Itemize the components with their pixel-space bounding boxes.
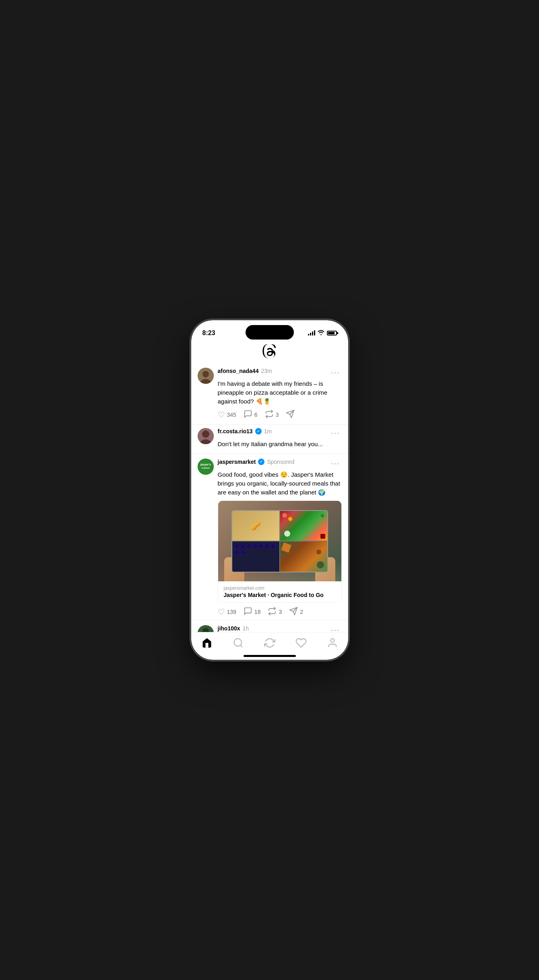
ad-domain: jaspersmarket.com — [224, 585, 336, 591]
home-indicator — [191, 652, 348, 660]
verified-badge: ✓ — [255, 428, 262, 434]
comment-icon — [244, 607, 252, 617]
repost-icon — [265, 410, 274, 420]
post-user-line: fr.costa.rio13 ✓ 1m — [218, 428, 272, 434]
battery-icon — [327, 331, 337, 336]
status-icons — [308, 330, 337, 336]
threads-header — [191, 340, 348, 363]
timestamp: 23m — [261, 368, 272, 374]
ad-username[interactable]: jaspersmarket — [218, 459, 256, 465]
nav-compose[interactable] — [264, 637, 275, 649]
comment-button[interactable]: 6 — [244, 410, 258, 420]
sponsored-label: Sponsored — [267, 459, 294, 465]
signal-icon — [308, 331, 315, 336]
like-button[interactable]: ♡ 345 — [218, 410, 236, 420]
comment-icon — [244, 410, 252, 420]
svg-point-16 — [234, 639, 242, 646]
heart-nav-icon — [295, 637, 307, 649]
post-header: jiho100x 1h ··· — [218, 625, 342, 632]
verified-badge: ✓ — [258, 459, 264, 465]
nav-home[interactable] — [201, 637, 213, 649]
comment-count: 6 — [254, 412, 258, 418]
phone-frame: 8:23 — [191, 320, 348, 660]
timestamp: 1m — [264, 428, 272, 434]
profile-icon — [327, 637, 338, 649]
avatar — [198, 625, 214, 632]
avatar — [198, 368, 214, 384]
ad-image[interactable]: 🥜 — [218, 500, 342, 603]
comment-count: 18 — [254, 609, 261, 615]
share-icon — [289, 607, 298, 617]
share-button[interactable] — [286, 410, 295, 420]
svg-text:jasper's: jasper's — [200, 463, 211, 466]
feed[interactable]: afonso_nada44 23m ··· I'm having a debat… — [191, 363, 348, 632]
ad-link-area[interactable]: jaspersmarket.com Jasper's Market · Orga… — [218, 581, 341, 602]
ad-title: Jasper's Market · Organic Food to Go — [224, 592, 336, 598]
sponsored-post: jasper's market jaspersmarket ✓ Sponsore… — [191, 454, 348, 620]
jaspers-logo: jasper's market — [198, 459, 214, 475]
like-button[interactable]: ♡ 139 — [218, 607, 236, 617]
post-header: fr.costa.rio13 ✓ 1m ··· — [218, 428, 342, 437]
post-item: afonso_nada44 23m ··· I'm having a debat… — [191, 363, 348, 425]
ad-actions: ♡ 139 18 — [218, 607, 342, 617]
repost-button[interactable]: 3 — [268, 607, 282, 617]
share-button[interactable]: 2 — [289, 607, 303, 617]
ad-image-visual: 🥜 — [218, 501, 341, 581]
svg-line-17 — [240, 645, 242, 647]
repost-count: 3 — [276, 412, 279, 418]
svg-point-6 — [202, 430, 209, 438]
more-options-button[interactable]: ··· — [329, 625, 342, 632]
repost-icon — [268, 607, 277, 617]
ad-content: Good food, good vibes 😌. Jasper's Market… — [218, 470, 342, 496]
post-user-line: jiho100x 1h — [218, 625, 249, 632]
more-options-button[interactable]: ··· — [329, 428, 342, 437]
ad-header: jaspersmarket ✓ Sponsored ··· — [218, 459, 342, 468]
more-options-button[interactable]: ··· — [329, 459, 342, 468]
search-icon — [233, 637, 244, 649]
avatar — [198, 428, 214, 444]
heart-icon: ♡ — [218, 410, 225, 420]
compose-icon — [264, 637, 275, 649]
heart-icon: ♡ — [218, 607, 225, 617]
post-user-line: jaspersmarket ✓ Sponsored — [218, 459, 295, 465]
status-time: 8:23 — [202, 329, 215, 337]
svg-point-18 — [330, 639, 334, 642]
share-icon — [286, 410, 295, 420]
nav-search[interactable] — [233, 637, 244, 649]
post-item: jiho100x 1h ··· Best summer memory = hea… — [191, 620, 348, 632]
nav-profile[interactable] — [327, 637, 338, 649]
post-content: I'm having a debate with my friends – is… — [218, 379, 342, 406]
svg-text:market: market — [202, 467, 210, 469]
repost-count: 3 — [279, 609, 282, 615]
home-icon — [201, 637, 213, 649]
reply-post: fr.costa.rio13 ✓ 1m ··· Don't let my Ita… — [191, 425, 348, 454]
phone-screen: 8:23 — [191, 320, 348, 660]
wifi-icon — [318, 330, 324, 336]
post-content: Don't let my Italian grandma hear you... — [218, 440, 342, 449]
dynamic-island — [246, 325, 294, 340]
threads-logo — [262, 344, 277, 360]
username[interactable]: afonso_nada44 — [218, 368, 259, 374]
like-count: 139 — [227, 609, 236, 615]
timestamp: 1h — [243, 625, 249, 632]
username[interactable]: jiho100x — [218, 625, 240, 632]
bottom-nav — [191, 632, 348, 652]
post-actions: ♡ 345 6 — [218, 410, 342, 420]
post-header: afonso_nada44 23m ··· — [218, 368, 342, 377]
username[interactable]: fr.costa.rio13 — [218, 428, 253, 434]
svg-point-1 — [202, 371, 209, 377]
home-bar — [244, 655, 296, 657]
repost-button[interactable]: 3 — [265, 410, 279, 420]
more-options-button[interactable]: ··· — [329, 368, 342, 377]
comment-button[interactable]: 18 — [244, 607, 261, 617]
post-user-line: afonso_nada44 23m — [218, 368, 272, 374]
nav-activity[interactable] — [295, 637, 307, 649]
like-count: 345 — [227, 412, 236, 418]
share-count: 2 — [300, 609, 303, 615]
